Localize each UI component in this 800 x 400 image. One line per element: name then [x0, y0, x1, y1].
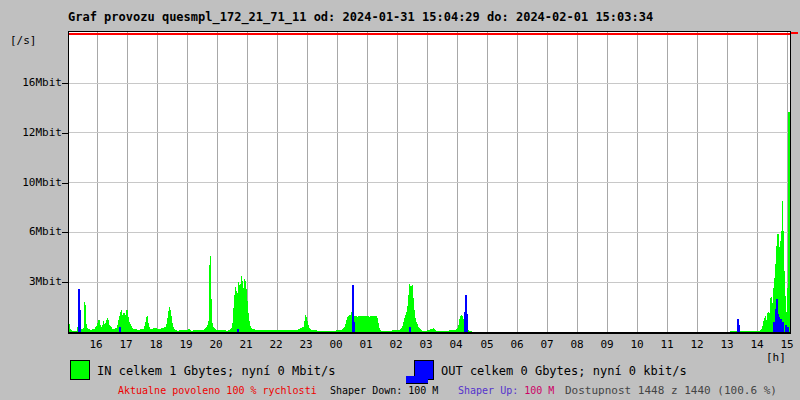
shaper-down-value-with-marker: 100	[408, 385, 426, 396]
x-axis-tick-label: 07	[540, 339, 553, 351]
x-axis-tick-label: 03	[419, 339, 432, 351]
x-axis-tick-label: 12	[690, 339, 703, 351]
shaper-up-text: Shaper Up: 100 M	[458, 385, 554, 396]
x-axis-unit-label: [h]	[766, 351, 786, 364]
y-axis-tick-label: 6Mbit	[2, 226, 62, 237]
x-axis-tick-label: 05	[480, 339, 493, 351]
x-axis-tick-label: 11	[660, 339, 673, 351]
x-axis-tick-label: 06	[510, 339, 523, 351]
y-axis: 16Mbit12Mbit10Mbit6Mbit3Mbit	[0, 0, 68, 340]
x-axis-tick-label: 08	[570, 339, 583, 351]
shaper-up-value: 100 M	[524, 385, 554, 396]
shaper-up-label: Shaper Up:	[458, 385, 524, 396]
x-axis-tick-label: 17	[119, 339, 132, 351]
x-axis-tick-label: 13	[720, 339, 733, 351]
shaper-down-text: Shaper Down: 100 M	[330, 385, 438, 396]
availability-status-text: Dostupnost 1448 z 1440 (100.6 %)	[565, 384, 777, 397]
x-axis-tick-label: 21	[239, 339, 252, 351]
x-axis-tick-label: 22	[269, 339, 282, 351]
x-axis-tick-label: 10	[630, 339, 643, 351]
y-axis-tick-label: 16Mbit	[2, 77, 62, 88]
page-title: Graf provozu quesmpl_172_21_71_11 od: 20…	[68, 10, 653, 24]
x-axis-tick-label: 00	[329, 339, 342, 351]
shaper-down-label: Shaper Down:	[330, 385, 408, 396]
x-axis-tick-label: 01	[359, 339, 372, 351]
x-axis-tick-label: 18	[149, 339, 162, 351]
x-axis-tick-label: 20	[209, 339, 222, 351]
x-axis-tick-label: 14	[750, 339, 763, 351]
legend-out-label: OUT celkem 0 Gbytes; nyní 0 kbit/s	[441, 364, 687, 378]
legend-in-label: IN celkem 1 Gbytes; nyní 0 Mbit/s	[97, 364, 335, 378]
limit-line-overflow	[791, 32, 798, 34]
x-axis-tick-label: 23	[299, 339, 312, 351]
x-axis-tick-label: 15	[780, 339, 793, 351]
y-axis-tick-label: 10Mbit	[2, 177, 62, 188]
traffic-graph-plot-area	[68, 31, 791, 334]
x-axis-tick-label: 02	[389, 339, 402, 351]
x-axis: 1617181920212223000102030405060708091011…	[68, 339, 791, 353]
allowed-speed-status-text: Aktualne povoleno 100 % rychlosti	[118, 385, 317, 396]
y-axis-tick-label: 12Mbit	[2, 127, 62, 138]
x-axis-tick-label: 19	[179, 339, 192, 351]
y-axis-tick-label: 3Mbit	[2, 276, 62, 287]
x-axis-tick-label: 16	[89, 339, 102, 351]
shaper-down-unit: M	[426, 385, 438, 396]
traffic-graph-canvas	[69, 32, 790, 332]
x-axis-tick-label: 04	[449, 339, 462, 351]
legend-in-swatch	[70, 360, 90, 380]
x-axis-tick-label: 09	[600, 339, 613, 351]
